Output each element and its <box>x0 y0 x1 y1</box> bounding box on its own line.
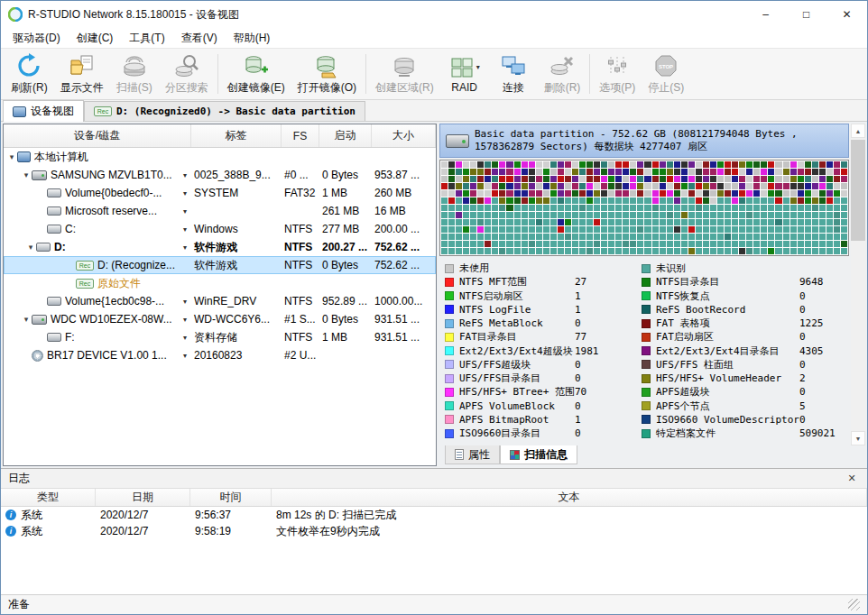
tree-row-local-computer[interactable]: ▾本地计算机 <box>4 148 436 166</box>
column-header-start[interactable]: 启动 <box>319 124 372 147</box>
create-region-icon <box>392 53 417 79</box>
tree-row-wdc-disk[interactable]: ▾WDC WD10EZEX-08W...▾ WD-WCC6Y6...#1 S..… <box>4 310 436 328</box>
menu-view[interactable]: 查看(V) <box>173 29 226 48</box>
scan-map[interactable] <box>439 160 849 256</box>
tab-scan-information[interactable]: 扫描信息 <box>500 445 577 464</box>
scan-block <box>536 248 542 254</box>
partition-info-text: Basic data partition - 752.62 GB (808121… <box>475 128 843 153</box>
menu-create[interactable]: 创建(C) <box>69 29 122 48</box>
scan-block <box>761 219 767 225</box>
scan-block <box>579 212 586 218</box>
combo-arrow-icon[interactable]: ▾ <box>183 243 189 252</box>
scan-block <box>805 197 811 204</box>
partition-info-box: Basic data partition - 752.62 GB (808121… <box>439 124 849 158</box>
menu-help[interactable]: 帮助(H) <box>226 29 279 48</box>
column-header-fs[interactable]: FS <box>282 124 319 147</box>
refresh-button[interactable]: 刷新(R) <box>5 50 54 97</box>
expand-arrow-icon[interactable]: ▾ <box>21 170 32 179</box>
tree-row-volume-system[interactable]: Volume{0bedecf0-...▾ SYSTEMFAT321 MB260 … <box>4 184 436 202</box>
connect-button[interactable]: 连接 <box>489 50 538 97</box>
raid-button[interactable]: ▾ RAID <box>440 50 489 97</box>
log-row[interactable]: 系统 2020/12/7 9:58:19 文件枚举在9秒内完成 <box>1 523 867 539</box>
tree-row-volume-winre[interactable]: Volume{1ecb0c98-...▾ WinRE_DRVNTFS952.89… <box>4 292 436 310</box>
expand-arrow-icon[interactable]: ▾ <box>21 315 32 324</box>
scrollbar-thumb[interactable] <box>851 140 865 241</box>
log-column-text[interactable]: 文本 <box>272 489 867 506</box>
tree-row-br17-device[interactable]: BR17 DEVICE V1.00 1...▾ 20160823#2 U... <box>4 346 436 364</box>
options-button[interactable]: 选项(P) <box>593 50 642 97</box>
expand-arrow-icon[interactable]: ▾ <box>6 152 17 161</box>
tab-recognized-partition[interactable]: D: (Recognized0) -> Basic data partition <box>84 101 365 121</box>
tab-properties[interactable]: 属性 <box>445 445 500 464</box>
menu-drive[interactable]: 驱动器(D) <box>5 29 69 48</box>
scan-block <box>522 219 528 225</box>
tab-device-view[interactable]: 设备视图 <box>3 100 84 122</box>
maximize-button[interactable]: □ <box>786 1 826 28</box>
scan-block <box>660 241 666 247</box>
scan-block <box>529 219 535 225</box>
scan-block <box>637 248 643 254</box>
volume-icon <box>47 188 61 197</box>
scan-block <box>558 169 564 175</box>
log-column-date[interactable]: 日期 <box>96 489 190 506</box>
tree-row-drive-d[interactable]: ▾D:▾ 软件游戏NTFS200.27 ...752.62 ... <box>4 238 436 256</box>
tree-row-samsung-disk[interactable]: ▾SAMSUNG MZVLB1T0...▾ 0025_388B_9...#0 .… <box>4 166 436 184</box>
scan-block <box>681 205 688 211</box>
scan-block <box>739 169 745 175</box>
scroll-down-icon[interactable]: ▼ <box>851 431 865 445</box>
scan-block <box>477 248 484 254</box>
raid-dropdown-arrow-icon[interactable]: ▾ <box>476 63 480 71</box>
log-column-time[interactable]: 时间 <box>190 489 272 506</box>
scan-block <box>660 190 666 197</box>
column-header-device[interactable]: 设备/磁盘 <box>4 124 191 147</box>
tree-row-ms-reserved[interactable]: Microsoft reserve...▾ 261 MB16 MB <box>4 202 436 220</box>
scroll-up-icon[interactable]: ▲ <box>851 124 865 138</box>
scan-block <box>761 212 767 218</box>
scan-block <box>826 219 833 225</box>
delete-button[interactable]: 删除(R) <box>538 50 587 97</box>
column-header-size[interactable]: 大小 <box>372 124 436 147</box>
menu-tools[interactable]: 工具(T) <box>121 29 172 48</box>
combo-arrow-icon[interactable]: ▾ <box>183 207 189 216</box>
show-files-button[interactable]: 显示文件 <box>54 50 110 97</box>
combo-arrow-icon[interactable]: ▾ <box>183 298 189 306</box>
close-button[interactable]: ✕ <box>826 1 867 28</box>
scan-block <box>696 234 702 240</box>
create-region-button[interactable]: 创建区域(R) <box>369 50 440 97</box>
combo-arrow-icon[interactable]: ▾ <box>183 334 189 342</box>
combo-arrow-icon[interactable]: ▾ <box>183 225 189 234</box>
log-column-type[interactable]: 类型 <box>1 489 96 506</box>
scan-block <box>477 169 484 175</box>
create-image-button[interactable]: 创建镜像(E) <box>221 50 291 97</box>
scan-block <box>492 234 498 240</box>
scan-block <box>775 197 781 204</box>
tree-row-drive-f[interactable]: F:▾ 资料存储NTFS1 MB931.51 ... <box>4 328 436 346</box>
expand-arrow-icon[interactable]: ▾ <box>25 243 36 252</box>
scan-block <box>456 241 462 247</box>
right-panel-scrollbar[interactable]: ▲ ▼ <box>851 124 865 445</box>
resize-grip[interactable] <box>848 599 860 610</box>
scan-map-grid[interactable] <box>441 161 847 254</box>
scan-block <box>448 212 455 218</box>
combo-arrow-icon[interactable]: ▾ <box>183 316 189 324</box>
combo-arrow-icon[interactable]: ▾ <box>183 189 189 197</box>
tree-row-drive-c[interactable]: C:▾ WindowsNTFS277 MB200.00 ... <box>4 220 436 238</box>
column-header-label[interactable]: 标签 <box>191 124 282 147</box>
open-image-button[interactable]: 打开镜像(O) <box>291 50 363 97</box>
combo-arrow-icon[interactable]: ▾ <box>183 171 189 179</box>
log-row[interactable]: 系统 2020/12/7 9:56:37 8m 12s 的 D: 扫描已完成 <box>1 507 867 523</box>
minimize-button[interactable]: – <box>745 1 786 28</box>
log-close-icon[interactable]: ✕ <box>844 473 860 484</box>
partition-search-button[interactable]: 分区搜索 <box>159 50 215 97</box>
stop-button[interactable]: STOP 停止(S) <box>642 50 690 97</box>
tree-row-raw-files[interactable]: 原始文件 <box>4 274 436 292</box>
tree-row-recognized-partition[interactable]: D: (Recognize... 软件游戏NTFS0 Bytes752.62 .… <box>4 256 436 274</box>
scan-block <box>565 161 571 168</box>
scan-block <box>753 241 760 247</box>
scrollbar-track[interactable] <box>851 138 865 431</box>
scan-block <box>529 183 535 189</box>
scan-button[interactable]: 扫描(S) <box>110 50 159 97</box>
recognized-partition-icon <box>76 261 94 271</box>
scan-block <box>710 226 716 233</box>
combo-arrow-icon[interactable]: ▾ <box>183 352 189 360</box>
